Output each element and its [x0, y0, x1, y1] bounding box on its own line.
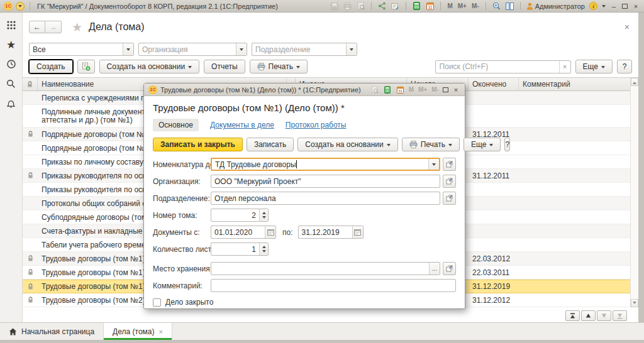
save-icon[interactable] [330, 2, 339, 11]
maximize-button[interactable] [622, 4, 628, 9]
nomenclature-input[interactable]: ТД Трудовые договоры [211, 158, 440, 171]
calculator-icon[interactable] [383, 85, 392, 94]
close-window-button[interactable]: × [631, 3, 640, 10]
go-next-button[interactable] [597, 310, 611, 321]
number-spinner[interactable] [259, 209, 268, 221]
dropdown-button[interactable] [346, 43, 357, 55]
close-tab-icon[interactable]: × [158, 328, 162, 335]
main-menu-button[interactable] [16, 2, 25, 11]
go-first-button[interactable] [565, 310, 580, 321]
current-user-button[interactable]: Администратор [526, 3, 585, 10]
create-copy-button[interactable] [77, 60, 95, 74]
dialog-maximize-button[interactable] [443, 87, 448, 92]
back-button[interactable]: ← [29, 21, 45, 33]
tab-documents-in-case[interactable]: Документы в деле [210, 121, 274, 129]
memory-m-plus-button[interactable]: M+ [418, 86, 428, 93]
search-icon[interactable] [5, 77, 18, 90]
document-send-icon[interactable] [391, 2, 400, 11]
save-button[interactable]: Записать [247, 138, 294, 151]
create-based-on-button[interactable]: Создать на основании [297, 138, 398, 151]
memory-m-button[interactable]: M [447, 3, 453, 9]
open-link-button[interactable] [443, 158, 456, 171]
lock-column-header[interactable] [23, 78, 38, 90]
calendar-icon[interactable]: 31 [396, 85, 405, 94]
favorites-star-icon[interactable]: ★ [5, 38, 18, 51]
memory-m-button[interactable]: M [408, 86, 414, 93]
calendar-picker-button[interactable] [352, 226, 363, 238]
scroll-up-icon[interactable] [631, 78, 638, 86]
more-button[interactable]: Еще [464, 138, 501, 151]
memory-m-minus-button[interactable]: M- [471, 3, 480, 9]
home-page-tab[interactable]: Начальная страница [0, 323, 103, 340]
print-button[interactable]: Печать [250, 60, 308, 74]
memory-m-minus-button[interactable]: M- [431, 86, 440, 93]
dropdown-button[interactable] [123, 43, 133, 55]
more-button[interactable]: Еще [575, 60, 613, 74]
vertical-scrollbar[interactable] [630, 78, 638, 307]
chevron-down-icon [387, 144, 391, 148]
docs-from-input[interactable]: 01.01.2020 [211, 226, 276, 239]
tab-work-log[interactable]: Протокол работы [286, 121, 347, 129]
calendar-icon[interactable]: 31 [425, 2, 435, 11]
dropdown-button[interactable] [236, 43, 247, 55]
notifications-bell-icon[interactable] [5, 97, 18, 109]
dialog-close-button[interactable]: × [452, 86, 460, 94]
dropdown-button[interactable] [428, 159, 439, 170]
preview-icon[interactable] [370, 85, 380, 94]
dialog-titlebar[interactable]: 1С Трудовые договоры (том №1) (Дело (том… [144, 84, 465, 96]
forward-button[interactable]: → [45, 21, 62, 33]
go-last-button[interactable] [613, 310, 627, 321]
cases-tab[interactable]: Дела (тома) × [103, 323, 172, 340]
home-icon [9, 328, 17, 335]
spin-up-icon[interactable] [262, 210, 266, 214]
filter-department-select[interactable]: Подразделение [252, 43, 357, 56]
number-spinner[interactable] [259, 243, 268, 255]
search-input[interactable]: Поиск (Ctrl+F) × [435, 60, 571, 74]
scroll-down-icon[interactable] [631, 299, 638, 307]
help-button[interactable]: ? [617, 60, 632, 74]
sheets-input[interactable]: 1 [211, 242, 269, 256]
storage-input[interactable]: ... [211, 262, 440, 275]
choose-button[interactable]: ... [429, 263, 440, 275]
split-view-icon[interactable] [505, 2, 514, 11]
comment-input[interactable] [211, 279, 456, 292]
spin-down-icon[interactable] [262, 216, 266, 220]
help-button[interactable]: ? [504, 138, 510, 151]
favorite-toggle-icon[interactable]: ★ [72, 20, 82, 35]
chevron-down-icon[interactable] [602, 5, 606, 9]
column-header-comment[interactable]: Комментарий [519, 78, 638, 90]
zoom-icon[interactable] [492, 2, 501, 11]
reports-button[interactable]: Отчеты [204, 60, 245, 74]
memory-m-plus-button[interactable]: M+ [457, 3, 467, 9]
history-icon[interactable] [5, 58, 18, 70]
clear-search-icon[interactable]: × [559, 61, 570, 73]
open-link-button[interactable] [443, 262, 456, 275]
print-icon[interactable] [343, 2, 352, 11]
filter-organization-select[interactable]: Организация [138, 43, 247, 56]
preview-icon[interactable] [356, 2, 365, 11]
volume-no-input[interactable]: 2 [211, 209, 269, 222]
create-button[interactable]: Создать [29, 60, 73, 74]
open-link-button[interactable] [443, 192, 456, 205]
info-icon[interactable]: i [589, 2, 598, 11]
filter-all-select[interactable]: Все [29, 43, 134, 56]
close-form-icon[interactable]: × [622, 22, 632, 32]
organization-input[interactable]: ООО "Меркурий Проект" [211, 175, 440, 188]
calculator-icon[interactable] [412, 2, 421, 11]
department-input[interactable]: Отдел персонала [211, 192, 440, 205]
open-link-button[interactable] [443, 175, 456, 188]
go-previous-button[interactable] [581, 310, 596, 321]
calendar-picker-button[interactable] [265, 226, 275, 238]
column-header-finished[interactable]: Окончено [469, 78, 519, 90]
docs-to-input[interactable]: 31.12.2019 [298, 226, 364, 239]
case-closed-checkbox[interactable] [153, 298, 161, 307]
print-button[interactable]: Печать [402, 138, 460, 151]
create-based-on-button[interactable]: Создать на основании [99, 60, 200, 74]
sections-menu-icon[interactable] [5, 19, 18, 31]
save-and-close-button[interactable]: Записать и закрыть [153, 138, 243, 151]
share-icon[interactable] [377, 2, 387, 11]
tab-main[interactable]: Основное [153, 119, 199, 131]
spin-down-icon[interactable] [262, 250, 266, 254]
spin-up-icon[interactable] [262, 244, 266, 248]
minimize-button[interactable]: – [609, 3, 618, 10]
